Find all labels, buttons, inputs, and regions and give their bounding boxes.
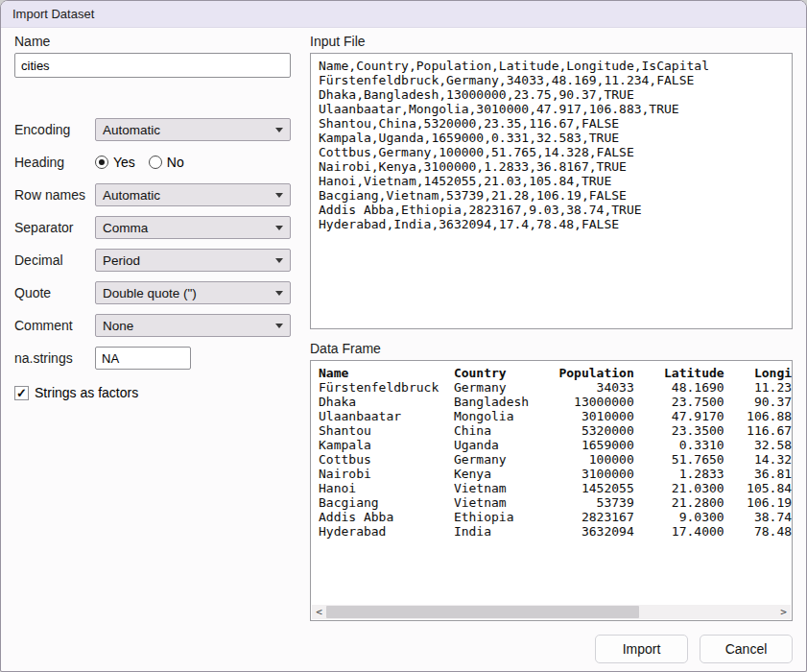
- heading-label: Heading: [14, 155, 95, 170]
- titlebar[interactable]: Import Dataset: [1, 1, 806, 28]
- strings-as-factors-label: Strings as factors: [35, 385, 138, 400]
- heading-yes-label: Yes: [113, 155, 135, 170]
- chevron-down-icon: [275, 324, 283, 328]
- comment-value: None: [103, 319, 133, 333]
- na-strings-row: na.strings: [14, 347, 291, 370]
- input-file-content: Name,Country,Population,Latitude,Longitu…: [319, 59, 784, 231]
- horizontal-scrollbar[interactable]: < >: [312, 605, 791, 619]
- chevron-down-icon: [275, 128, 283, 132]
- scroll-right-icon[interactable]: >: [776, 605, 791, 619]
- strings-as-factors-checkbox[interactable]: ✓: [14, 386, 29, 400]
- data-frame-rows: Fürstenfeldbruck Germany 34033 48.1690 1…: [319, 380, 784, 539]
- options-panel: Name Encoding Automatic Heading Yes: [14, 34, 291, 663]
- comment-label: Comment: [14, 318, 95, 333]
- separator-row: Separator Comma: [14, 216, 291, 239]
- window-title: Import Dataset: [12, 7, 94, 21]
- encoding-label: Encoding: [14, 122, 95, 137]
- input-file-label: Input File: [310, 34, 793, 49]
- comment-row: Comment None: [14, 314, 291, 337]
- decimal-value: Period: [103, 253, 140, 268]
- checkmark-icon: ✓: [16, 386, 27, 400]
- quote-label: Quote: [14, 285, 95, 300]
- import-options-form: Encoding Automatic Heading Yes: [14, 118, 291, 400]
- comment-select[interactable]: None: [95, 314, 291, 337]
- quote-value: Double quote ("): [103, 286, 197, 300]
- scroll-left-icon[interactable]: <: [312, 605, 326, 619]
- decimal-label: Decimal: [14, 252, 95, 268]
- separator-value: Comma: [103, 221, 148, 235]
- row-names-value: Automatic: [103, 188, 160, 203]
- decimal-select[interactable]: Period: [95, 249, 291, 272]
- heading-no-option[interactable]: No: [149, 155, 184, 170]
- strings-as-factors-row[interactable]: ✓ Strings as factors: [14, 385, 291, 400]
- import-dataset-dialog: Import Dataset Name Encoding Automatic H…: [0, 0, 807, 672]
- row-names-select[interactable]: Automatic: [95, 183, 291, 206]
- row-names-label: Row names: [14, 187, 95, 203]
- radio-no-icon[interactable]: [149, 156, 162, 169]
- quote-row: Quote Double quote ("): [14, 281, 291, 304]
- heading-radio-group: Yes No: [95, 155, 184, 170]
- dialog-body: Name Encoding Automatic Heading Yes: [1, 28, 806, 663]
- quote-select[interactable]: Double quote ("): [95, 281, 291, 304]
- dialog-buttons: Import Cancel: [310, 635, 793, 663]
- heading-yes-option[interactable]: Yes: [95, 155, 135, 170]
- encoding-select[interactable]: Automatic: [95, 118, 291, 141]
- radio-yes-icon[interactable]: [95, 156, 108, 169]
- scrollbar-thumb[interactable]: [326, 606, 639, 618]
- cancel-button[interactable]: Cancel: [700, 635, 793, 663]
- chevron-down-icon: [275, 258, 283, 263]
- data-frame-preview: Name Country Population Latitude Longi F…: [310, 360, 793, 621]
- chevron-down-icon: [275, 291, 283, 296]
- encoding-value: Automatic: [103, 123, 160, 137]
- encoding-row: Encoding Automatic: [14, 118, 291, 141]
- name-input[interactable]: [14, 53, 291, 78]
- data-frame-label: Data Frame: [310, 341, 793, 356]
- na-strings-input[interactable]: [95, 347, 191, 370]
- chevron-down-icon: [275, 226, 283, 230]
- heading-no-label: No: [167, 155, 184, 170]
- preview-panel: Input File Name,Country,Population,Latit…: [310, 34, 793, 663]
- data-frame-header: Name Country Population Latitude Longi: [319, 366, 784, 380]
- row-names-row: Row names Automatic: [14, 183, 291, 206]
- chevron-down-icon: [275, 193, 283, 198]
- na-strings-label: na.strings: [14, 350, 95, 366]
- separator-select[interactable]: Comma: [95, 216, 291, 239]
- heading-row: Heading Yes No: [14, 151, 291, 174]
- name-label: Name: [14, 34, 291, 49]
- import-button[interactable]: Import: [595, 635, 688, 663]
- separator-label: Separator: [14, 220, 95, 235]
- input-file-preview[interactable]: Name,Country,Population,Latitude,Longitu…: [310, 53, 793, 329]
- decimal-row: Decimal Period: [14, 249, 291, 272]
